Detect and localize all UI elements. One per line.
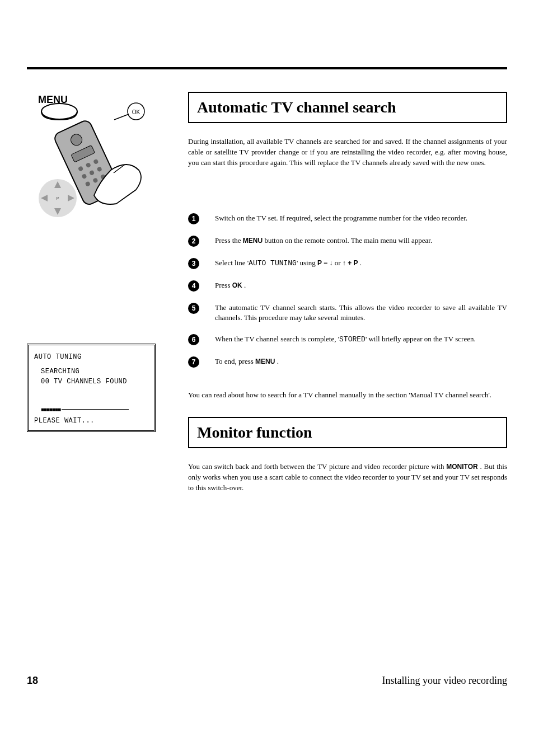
step-badge: 5 — [188, 303, 199, 314]
step-text: Select line 'AUTO TUNING' using P − ↓ or… — [215, 258, 507, 269]
menu-button-label: MENU — [243, 237, 263, 245]
step-text: When the TV channel search is complete, … — [215, 334, 507, 345]
osd-found: 00 TV CHANNELS FOUND — [34, 378, 148, 386]
step-4: 4 Press OK . — [188, 280, 507, 292]
osd-progress: ■■■■■■■ — [34, 406, 148, 414]
osd-progress-track — [62, 409, 129, 410]
right-column: Automatic TV channel search During insta… — [188, 92, 507, 507]
auto-tuning-mono: AUTO TUNING — [249, 259, 297, 267]
up-plus-p-key: ↑ + P — [343, 259, 358, 267]
two-column-layout: MENU OK — [27, 92, 507, 507]
top-rule — [27, 67, 507, 69]
step-6: 6 When the TV channel search is complete… — [188, 334, 507, 345]
left-column: MENU OK — [27, 92, 172, 507]
step-3: 3 Select line 'AUTO TUNING' using P − ↓ … — [188, 258, 507, 269]
step-badge: 4 — [188, 280, 199, 292]
step-7: 7 To end, press MENU . — [188, 356, 507, 368]
osd-title: AUTO TUNING — [34, 353, 148, 361]
step-1: 1 Switch on the TV set. If required, sel… — [188, 213, 507, 224]
ok-label: OK — [132, 109, 140, 115]
section-title-box-2: Monitor function — [188, 417, 507, 448]
step-text: Press the MENU button on the remote cont… — [215, 236, 507, 246]
step-badge: 3 — [188, 258, 199, 269]
step-badge: 2 — [188, 236, 199, 247]
svg-line-2 — [114, 114, 129, 120]
page-container: MENU OK — [0, 0, 534, 529]
step-5: 5 The automatic TV channel search starts… — [188, 303, 507, 323]
svg-text:P: P — [56, 196, 59, 201]
section-title-1: Automatic TV channel search — [197, 98, 498, 116]
step-badge: 1 — [188, 213, 199, 224]
page-footer: 18 Installing your video recording — [0, 675, 534, 703]
step-badge: 6 — [188, 334, 199, 345]
section1-footnote: You can read about how to search for a T… — [188, 390, 507, 400]
section-title-box-1: Automatic TV channel search — [188, 92, 507, 123]
osd-wait: PLEASE WAIT... — [34, 417, 148, 425]
p-minus-down-key: P − ↓ — [317, 259, 333, 267]
svg-point-0 — [41, 104, 77, 119]
section-title-2: Monitor function — [197, 424, 498, 442]
section1-intro: During installation, all available TV ch… — [188, 137, 507, 168]
step-badge: 7 — [188, 356, 199, 368]
ok-button-label: OK — [232, 281, 242, 289]
step-text: Switch on the TV set. If required, selec… — [215, 213, 507, 223]
step-text: The automatic TV channel search starts. … — [215, 303, 507, 323]
osd-screen-box: AUTO TUNING SEARCHING 00 TV CHANNELS FOU… — [27, 344, 156, 432]
monitor-button-label: MONITOR — [446, 463, 477, 471]
steps-list: 1 Switch on the TV set. If required, sel… — [188, 213, 507, 368]
step-2: 2 Press the MENU button on the remote co… — [188, 236, 507, 247]
step-text: To end, press MENU . — [215, 356, 507, 367]
remote-illustration: MENU OK — [27, 92, 150, 220]
footer-text: Installing your video recording — [382, 675, 507, 687]
stored-mono: STORED — [339, 335, 366, 344]
osd-progress-blocks: ■■■■■■■ — [41, 407, 60, 413]
step-text: Press OK . — [215, 280, 507, 290]
remote-drawing-icon: MENU OK — [27, 92, 150, 220]
page-number: 18 — [27, 675, 38, 687]
osd-status: SEARCHING — [34, 368, 148, 375]
section2-intro: You can switch back and forth between th… — [188, 462, 507, 494]
menu-button-label: MENU — [255, 358, 275, 365]
